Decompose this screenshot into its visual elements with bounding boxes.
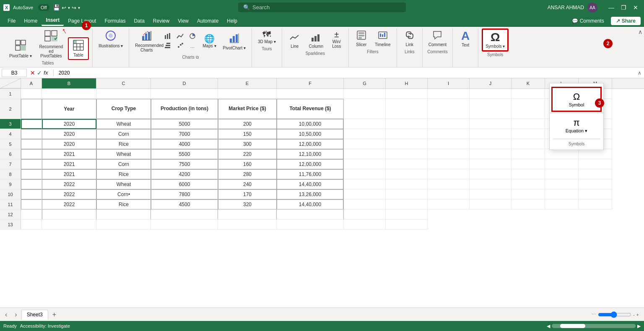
col-header-h[interactable]: H [386, 78, 428, 88]
recommended-charts-button[interactable]: Recommended Charts [132, 28, 161, 54]
maps-button[interactable]: 🌐 Maps ▾ [200, 33, 218, 50]
cell-f10[interactable]: 13,26,000 [277, 189, 344, 199]
cell-j3[interactable] [470, 119, 512, 129]
menu-automate[interactable]: Automate [193, 16, 223, 26]
row-number-6[interactable]: 6 [0, 149, 21, 159]
cell-j8[interactable] [470, 169, 512, 179]
cell-g12[interactable] [344, 209, 386, 220]
slicer-button[interactable]: Slicer [352, 28, 371, 49]
cell-d8[interactable]: 4200 [151, 169, 218, 179]
cell-j2[interactable] [470, 99, 512, 119]
menu-file[interactable]: File [3, 16, 20, 26]
col-header-b[interactable]: B [42, 78, 96, 88]
cell-g6[interactable] [344, 149, 386, 159]
sheet-options-icon[interactable]: ⋯ [592, 312, 596, 317]
cell-h11[interactable] [386, 199, 428, 209]
cell-j11[interactable] [470, 199, 512, 209]
row-number-1[interactable]: 1 [0, 89, 21, 99]
3d-map-button[interactable]: 🗺 3D Map ▾ [255, 28, 278, 46]
scroll-thumb[interactable] [560, 324, 585, 328]
link-button[interactable]: Link [400, 28, 419, 49]
illustrations-button[interactable]: Illustrations ▾ [96, 28, 125, 50]
cell-k7[interactable] [512, 159, 545, 169]
restore-button[interactable]: ❐ [618, 3, 629, 12]
scatter-chart-button[interactable] [174, 41, 186, 51]
prev-sheet-button[interactable]: ‹ [2, 309, 10, 320]
cell-g13[interactable] [344, 220, 386, 230]
cell-f9[interactable]: 14,40,000 [277, 179, 344, 189]
insert-function-button[interactable]: fx [44, 70, 48, 76]
cell-d12[interactable] [151, 209, 218, 220]
cell-c10[interactable]: Corn• [96, 189, 151, 199]
cell-d5[interactable]: 4000 [151, 139, 218, 149]
cell-l10[interactable] [545, 189, 579, 199]
cell-f4[interactable]: 10,50,000 [277, 129, 344, 139]
cell-d13[interactable] [151, 220, 218, 230]
cell-k4[interactable] [512, 129, 545, 139]
minimize-button[interactable]: — [606, 3, 617, 12]
menu-page-layout[interactable]: Page Layout [64, 16, 100, 26]
cell-a1[interactable] [21, 89, 42, 99]
menu-home[interactable]: Home [20, 16, 42, 26]
row-number-10[interactable]: 10 [0, 189, 21, 199]
cell-b3[interactable]: 2020 [42, 119, 96, 129]
cell-k8[interactable] [512, 169, 545, 179]
cell-d11[interactable]: 4500 [151, 199, 218, 209]
timeline-button[interactable]: Timeline [372, 28, 393, 49]
cell-d7[interactable]: 7500 [151, 159, 218, 169]
cell-a6[interactable] [21, 149, 42, 159]
scroll-right-button[interactable]: ▶ [637, 323, 641, 329]
cell-c9[interactable]: Wheat [96, 179, 151, 189]
cell-b10[interactable]: 2022 [42, 189, 96, 199]
row-number-7[interactable]: 7 [0, 159, 21, 169]
recommended-pivot-button[interactable]: Recommended PivotTables [36, 28, 66, 60]
close-button[interactable]: ✕ [631, 3, 641, 12]
cell-f6[interactable]: 12,10,000 [277, 149, 344, 159]
menu-data[interactable]: Data [130, 16, 148, 26]
cell-c2[interactable]: Crop Type [96, 99, 151, 119]
cell-reference[interactable] [2, 69, 27, 77]
cell-b2[interactable]: Year [42, 99, 96, 119]
cell-e13[interactable] [218, 220, 277, 230]
row-number-9[interactable]: 9 [0, 179, 21, 189]
cell-j5[interactable] [470, 139, 512, 149]
search-bar[interactable]: 🔍 [238, 3, 406, 12]
cell-j7[interactable] [470, 159, 512, 169]
cell-k9[interactable] [512, 179, 545, 189]
cell-b8[interactable]: 2021 [42, 169, 96, 179]
cell-h1[interactable] [386, 89, 428, 99]
sheet-tab-sheet3[interactable]: Sheet3 [21, 310, 48, 320]
cell-l8[interactable] [545, 169, 579, 179]
cell-i2[interactable] [428, 99, 470, 119]
cell-m11[interactable] [579, 199, 612, 209]
cell-c4[interactable]: Corn [96, 129, 151, 139]
cell-g11[interactable] [344, 199, 386, 209]
cell-e11[interactable]: 320 [218, 199, 277, 209]
cell-j1[interactable] [470, 89, 512, 99]
zoom-slider[interactable] [598, 311, 631, 318]
cell-h12[interactable] [386, 209, 428, 220]
search-input[interactable] [252, 4, 378, 10]
win-loss-button[interactable]: ± Win/Loss [328, 28, 345, 50]
cell-j9[interactable] [470, 179, 512, 189]
col-header-d[interactable]: D [151, 78, 218, 88]
cell-l9[interactable] [545, 179, 579, 189]
cell-i8[interactable] [428, 169, 470, 179]
formula-input[interactable] [57, 70, 635, 76]
row-number-11[interactable]: 11 [0, 199, 21, 209]
cell-a12[interactable] [21, 209, 42, 220]
row-number-8[interactable]: 8 [0, 169, 21, 179]
cell-g1[interactable] [344, 89, 386, 99]
cell-a11[interactable] [21, 199, 42, 209]
cell-b7[interactable]: 2021 [42, 159, 96, 169]
col-header-e[interactable]: E [218, 78, 277, 88]
col-header-f[interactable]: F [277, 78, 344, 88]
corner-cell[interactable] [0, 78, 21, 88]
cell-a7[interactable] [21, 159, 42, 169]
cell-c3[interactable]: Wheat [96, 119, 151, 129]
cell-f3[interactable]: 10,00,000 [277, 119, 344, 129]
cell-h6[interactable] [386, 149, 428, 159]
cell-m6[interactable] [579, 149, 612, 159]
cell-c1[interactable] [96, 89, 151, 99]
menu-insert[interactable]: Insert [42, 16, 64, 26]
